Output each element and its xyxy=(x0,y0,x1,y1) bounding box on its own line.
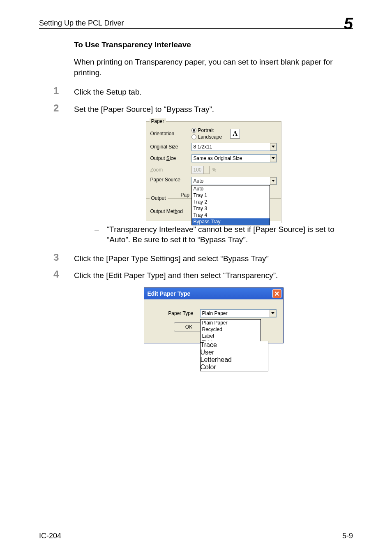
step-number-4: 4 xyxy=(53,269,74,281)
paper-type-option[interactable]: User xyxy=(201,349,268,356)
ok-button[interactable]: OK xyxy=(174,322,204,331)
chevron-down-icon xyxy=(270,310,276,317)
orientation-landscape-radio[interactable]: Landscape xyxy=(191,134,222,140)
paper-type-label: Paper Type xyxy=(151,310,200,316)
paper-type-option[interactable]: Letterhead xyxy=(201,356,268,364)
paper-type-option[interactable]: Label xyxy=(201,333,261,339)
step-text-2: Set the [Paper Source] to “Bypass Tray”. xyxy=(74,104,214,115)
chevron-down-icon xyxy=(270,143,277,151)
step-text-1: Click the Setup tab. xyxy=(74,87,142,97)
intro-paragraph: When printing on Transparency paper, you… xyxy=(74,57,353,78)
edit-paper-type-dialog: Edit Paper Type ✕ Paper Type Plain Paper xyxy=(144,287,284,343)
paper-source-option[interactable]: Auto xyxy=(192,185,270,192)
paper-type-option[interactable]: Color xyxy=(201,364,268,371)
paper-source-dropdown[interactable]: Auto Tray 1 Tray 2 Tray 3 Tray 4 Bypass … xyxy=(191,185,270,225)
orientation-preview-icon: A xyxy=(230,129,240,139)
close-button[interactable]: ✕ xyxy=(272,289,281,298)
footer-model: IC-204 xyxy=(39,532,61,540)
paper-type-option[interactable]: Plain Paper xyxy=(201,320,261,326)
original-size-label: Original Size xyxy=(150,144,191,150)
output-size-combo[interactable]: Same as Original Size xyxy=(191,154,277,162)
zoom-spinner: 100 xyxy=(191,166,210,174)
chevron-down-icon xyxy=(270,155,277,162)
output-method-label: Output Method xyxy=(150,208,196,214)
paper-source-label: Paper Source xyxy=(150,177,191,183)
paper-settings-screenshot: Paper Orientation Portrait Landscape A xyxy=(146,121,281,221)
chapter-number: 5 xyxy=(344,17,353,30)
dialog-title: Edit Paper Type xyxy=(148,290,191,297)
step-number-1: 1 xyxy=(53,85,74,97)
orientation-label: Orientation xyxy=(150,131,191,137)
paper-type-dropdown-lower[interactable]: Trace User Letterhead Color xyxy=(200,341,268,371)
radio-selected-icon xyxy=(191,128,196,133)
step-number-2: 2 xyxy=(53,102,74,115)
paper-source-option[interactable]: Tray 1 xyxy=(192,192,270,199)
original-size-combo[interactable]: 8 1/2x11 xyxy=(191,143,277,151)
paper-type-combo[interactable]: Plain Paper xyxy=(200,309,277,317)
radio-unselected-icon xyxy=(191,134,196,139)
paper-source-option-selected[interactable]: Bypass Tray xyxy=(192,218,270,225)
chevron-down-icon xyxy=(270,177,277,185)
step-text-4: Click the [Edit Paper Type] and then sel… xyxy=(74,270,278,281)
sub-heading: To Use Transparency Interleave xyxy=(74,40,353,49)
paper-type-label-stub: Pap xyxy=(181,192,189,198)
close-icon: ✕ xyxy=(274,290,279,298)
note-text: “Transparency Interleave” cannot be set … xyxy=(107,224,353,245)
zoom-label: Zoom xyxy=(150,167,191,173)
paper-source-combo[interactable]: Auto xyxy=(191,177,277,185)
step-text-3: Click the [Paper Type Settings] and sele… xyxy=(74,253,269,264)
paper-source-option[interactable]: Tray 2 xyxy=(192,199,270,205)
paper-type-option[interactable]: Recycled xyxy=(201,326,261,333)
paper-type-option[interactable]: Trace xyxy=(201,341,268,349)
zoom-percent-label: % xyxy=(212,167,217,173)
svg-marker-3 xyxy=(271,312,274,314)
running-header: Setting Up the PCL Driver xyxy=(39,19,124,28)
footer-page-number: 5-9 xyxy=(342,532,353,540)
dialog-titlebar: Edit Paper Type ✕ xyxy=(144,288,283,299)
output-size-label: Output Size xyxy=(150,155,191,161)
svg-marker-1 xyxy=(272,157,275,159)
paper-source-option[interactable]: Tray 4 xyxy=(192,212,270,218)
svg-marker-2 xyxy=(272,180,275,182)
step-number-3: 3 xyxy=(53,252,74,264)
paper-group-label: Paper xyxy=(150,118,166,124)
paper-source-option[interactable]: Tray 3 xyxy=(192,205,270,212)
output-group-label: Output xyxy=(150,195,168,201)
svg-marker-0 xyxy=(272,146,275,148)
note-dash: – xyxy=(95,224,107,245)
orientation-portrait-radio[interactable]: Portrait xyxy=(191,127,222,133)
